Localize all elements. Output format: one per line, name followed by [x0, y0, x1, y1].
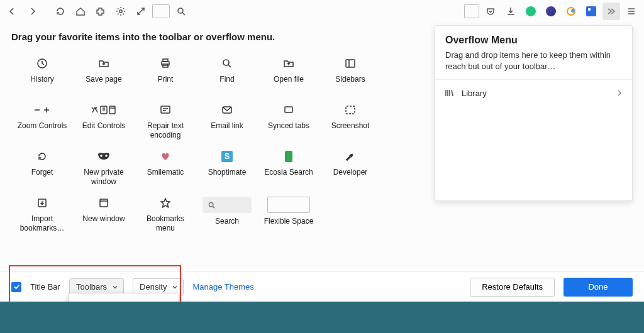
item-find[interactable]: Find [196, 53, 258, 94]
home-button[interactable] [72, 3, 89, 20]
item-label: Find [219, 75, 234, 84]
item-label: Forget [31, 168, 53, 177]
browser-toolbar [0, 0, 644, 23]
item-print[interactable]: Print [135, 53, 196, 94]
overflow-item-label: Library [462, 89, 487, 98]
overflow-item-library[interactable]: Library [435, 80, 632, 106]
restore-defaults-button[interactable]: Restore Defaults [470, 278, 555, 297]
item-open-file[interactable]: Open file [258, 53, 319, 94]
svg-point-0 [119, 10, 122, 13]
item-flexible-space[interactable]: Flexible Space [258, 193, 319, 233]
item-label: Save page [86, 75, 121, 84]
overflow-chevron-button[interactable] [602, 3, 620, 20]
item-synced-tabs[interactable]: Synced tabs [258, 100, 319, 140]
pocket-button[interactable] [482, 3, 499, 20]
searchbox-preview [203, 197, 252, 213]
placeholder-box-left [152, 4, 170, 18]
magnifier-icon [221, 57, 233, 70]
search-button[interactable] [172, 3, 190, 20]
item-save-page[interactable]: Save page [73, 53, 135, 94]
chevron-right-icon [616, 89, 623, 97]
item-screenshot[interactable]: Screenshot [319, 100, 381, 140]
downloads-button[interactable] [502, 3, 519, 20]
item-history[interactable]: History [11, 53, 73, 94]
item-label: Synced tabs [268, 121, 309, 131]
back-button[interactable] [4, 3, 21, 20]
item-label: Print [158, 75, 174, 84]
reload-button[interactable] [52, 3, 69, 20]
star-icon [160, 197, 171, 209]
hamburger-menu-button[interactable] [623, 3, 640, 20]
overflow-description: Drag and drop items here to keep them wi… [445, 50, 622, 72]
svg-point-15 [105, 155, 108, 157]
item-ecosia[interactable]: Ecosia Search [258, 146, 319, 187]
svg-rect-17 [100, 199, 108, 207]
item-zoom-controls[interactable]: Zoom Controls [11, 100, 73, 140]
mail-icon [221, 104, 233, 116]
item-edit-controls[interactable]: Edit Controls [73, 100, 135, 140]
clock-icon [36, 57, 48, 70]
item-shoptimate[interactable]: SShoptimate [196, 146, 258, 187]
item-label: History [30, 75, 53, 84]
titlebar-checkbox[interactable] [11, 282, 21, 292]
shoptimate-icon: S [221, 150, 233, 163]
item-forget[interactable]: Forget [11, 146, 73, 187]
item-bookmarks-menu[interactable]: Bookmarks menu [135, 193, 196, 233]
item-label: Smilematic [147, 168, 184, 177]
item-label: Repair text encoding [136, 121, 194, 140]
titlebar-label: Title Bar [30, 282, 60, 292]
ext-purple-icon[interactable] [542, 3, 560, 20]
settings-button[interactable] [112, 3, 130, 20]
forward-button[interactable] [24, 3, 42, 20]
item-sidebars[interactable]: Sidebars [319, 53, 381, 94]
item-label: Open file [274, 75, 304, 84]
ecosia-icon [285, 150, 292, 163]
syncedtabs-icon [283, 104, 294, 116]
ext-ring-icon[interactable] [562, 3, 580, 20]
forget-icon [36, 150, 48, 163]
item-label: New private window [75, 168, 133, 187]
window-icon [98, 197, 109, 209]
ext-bluebox-icon[interactable] [582, 3, 600, 20]
folder-down-icon [98, 57, 109, 70]
extensions-button[interactable] [92, 3, 109, 20]
overflow-title: Overflow Menu [445, 35, 622, 46]
item-private-window[interactable]: New private window [73, 146, 135, 187]
repair-icon [160, 104, 171, 116]
svg-point-14 [100, 155, 103, 157]
done-button[interactable]: Done [564, 278, 633, 297]
item-smilematic[interactable]: Smilematic [135, 146, 196, 187]
done-label: Done [588, 282, 608, 292]
svg-rect-4 [163, 59, 168, 62]
manage-themes-link[interactable]: Manage Themes [192, 282, 253, 292]
item-search-box[interactable]: Search [196, 193, 258, 233]
chevron-down-icon [172, 284, 178, 290]
item-new-window[interactable]: New window [73, 193, 135, 233]
item-import-bookmarks[interactable]: Import bookmarks… [11, 193, 73, 233]
svg-point-6 [223, 60, 229, 65]
fullscreen-button[interactable] [132, 3, 150, 20]
svg-rect-12 [285, 107, 292, 112]
zoom-icon [33, 104, 52, 116]
density-label: Density [140, 282, 167, 292]
screenshot-icon [345, 104, 356, 116]
item-developer[interactable]: Developer [319, 146, 381, 187]
item-label: New window [82, 214, 125, 224]
placeholder-box-right [464, 4, 479, 18]
library-icon [444, 88, 454, 98]
toolbars-label: Toolbars [76, 282, 107, 292]
item-email-link[interactable]: Email link [196, 100, 258, 140]
item-label: Edit Controls [82, 121, 126, 131]
item-label: Screenshot [331, 121, 370, 131]
ext-grammarly-icon[interactable] [522, 3, 540, 20]
restore-label: Restore Defaults [482, 282, 543, 292]
svg-rect-13 [346, 106, 355, 114]
item-label: Flexible Space [264, 217, 314, 226]
item-label: Shoptimate [208, 168, 247, 177]
svg-point-18 [209, 202, 213, 207]
item-label: Zoom Controls [18, 121, 67, 131]
item-repair-text[interactable]: Repair text encoding [135, 100, 196, 140]
edit-icon [90, 104, 118, 116]
heart-icon [160, 150, 170, 163]
item-label: Developer [333, 168, 368, 177]
